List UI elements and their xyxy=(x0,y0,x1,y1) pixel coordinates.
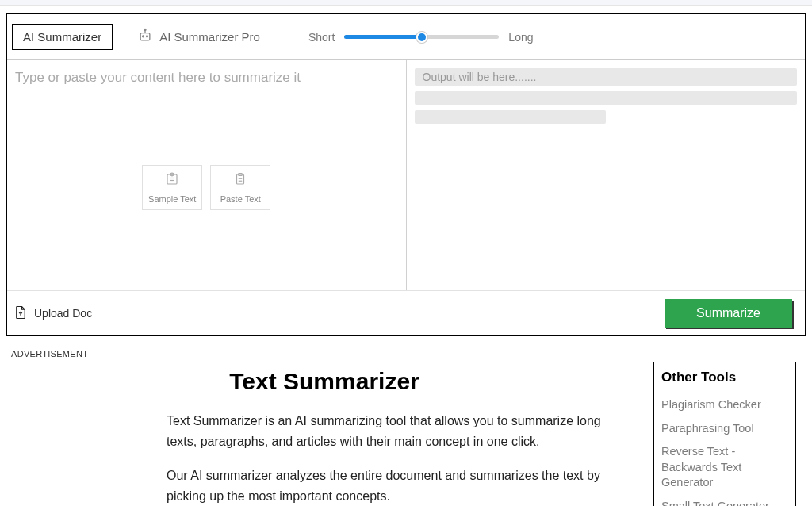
content-row: Text Summarizer Text Summarizer is an AI… xyxy=(0,358,812,506)
sample-text-icon xyxy=(164,172,180,190)
slider-short-label: Short xyxy=(308,31,335,44)
advertisement-label: ADVERTISEMENT xyxy=(0,336,812,358)
bottom-row: Upload Doc Summarize xyxy=(7,290,805,335)
length-slider-track[interactable] xyxy=(344,33,499,42)
sidebar-title: Other Tools xyxy=(661,370,788,385)
article-column: Text Summarizer Text Summarizer is an AI… xyxy=(16,362,633,506)
paste-icon xyxy=(232,172,248,190)
helper-buttons: Sample Text Paste Text xyxy=(142,165,270,210)
article-paragraph: Our AI summarizer analyzes the entire do… xyxy=(16,466,633,506)
svg-point-2 xyxy=(147,36,148,37)
output-skeleton-line xyxy=(415,110,606,124)
article-paragraph: Text Summarizer is an AI summarizing too… xyxy=(16,411,633,451)
slider-thumb[interactable] xyxy=(416,32,427,43)
tab-ai-summarizer-pro[interactable]: AI Summarizer Pro xyxy=(127,22,270,52)
length-slider: Short Long xyxy=(308,31,534,44)
tabs-row: AI Summarizer AI Summarizer Pro Short xyxy=(7,14,805,60)
tab-pro-label: AI Summarizer Pro xyxy=(159,30,260,44)
slider-long-label: Long xyxy=(508,31,533,44)
summarizer-tool: AI Summarizer AI Summarizer Pro Short xyxy=(6,13,806,336)
sidebar-link-plagiarism[interactable]: Plagiarism Checker xyxy=(661,393,788,417)
svg-point-1 xyxy=(143,36,144,37)
panes: Type or paste your content here to summa… xyxy=(7,60,805,290)
paste-text-label: Paste Text xyxy=(220,194,261,204)
upload-doc-button[interactable]: Upload Doc xyxy=(13,305,92,323)
sample-text-label: Sample Text xyxy=(148,194,196,204)
output-skeleton-line xyxy=(415,91,798,105)
top-bar xyxy=(0,0,812,6)
sample-text-button[interactable]: Sample Text xyxy=(142,165,202,210)
svg-point-4 xyxy=(144,29,146,31)
sidebar-link-paraphrasing[interactable]: Paraphrasing Tool xyxy=(661,417,788,441)
upload-doc-label: Upload Doc xyxy=(34,307,92,320)
input-pane[interactable]: Type or paste your content here to summa… xyxy=(7,60,407,290)
paste-text-button[interactable]: Paste Text xyxy=(210,165,270,210)
tab-ai-summarizer[interactable]: AI Summarizer xyxy=(12,24,113,50)
sidebar-link-reverse-text[interactable]: Reverse Text - Backwards Text Generator xyxy=(661,440,788,495)
upload-icon xyxy=(13,305,28,323)
other-tools-sidebar: Other Tools Plagiarism Checker Paraphras… xyxy=(653,362,796,506)
page-title: Text Summarizer xyxy=(16,368,633,395)
summarize-button[interactable]: Summarize xyxy=(665,299,792,328)
robot-icon xyxy=(137,28,153,46)
output-placeholder: Output will be here....... xyxy=(415,68,798,86)
output-pane: Output will be here....... xyxy=(407,60,806,290)
sidebar-link-small-text[interactable]: Small Text Generator - xyxy=(661,495,788,506)
input-placeholder: Type or paste your content here to summa… xyxy=(15,70,398,86)
